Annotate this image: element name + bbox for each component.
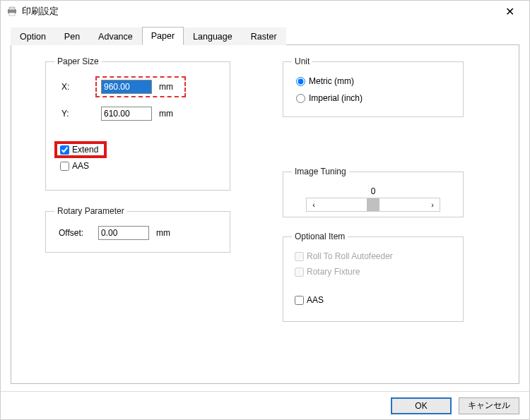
radio-imperial[interactable]: Imperial (inch) [296,93,454,103]
client-area: Option Pen Advance Paper Language Raster… [1,22,529,391]
tab-option[interactable]: Option [11,28,55,45]
input-paper-y[interactable] [101,107,152,121]
legend-paper-size: Paper Size [54,56,102,66]
group-image-tuning: Image Tuning 0 ‹ › [283,167,464,217]
tab-language[interactable]: Language [184,28,242,45]
group-unit: Unit Metric (mm) Imperial (inch) [283,56,464,117]
cancel-button[interactable]: キャンセル [459,397,519,414]
checkbox-aas-paper[interactable]: AAS [60,161,89,171]
checkbox-roll-autofeeder[interactable]: Roll To Roll Autofeeder [295,251,454,261]
group-rotary-parameter: Rotary Parameter Offset: mm [45,206,230,253]
svg-rect-2 [9,13,15,16]
tab-advance[interactable]: Advance [89,28,142,45]
input-paper-x[interactable] [101,80,152,94]
chevron-right-icon: › [431,200,434,209]
image-tuning-decrease[interactable]: ‹ [307,198,321,211]
chevron-left-icon: ‹ [312,200,315,209]
image-tuning-slider[interactable] [321,198,425,211]
legend-image-tuning: Image Tuning [292,167,349,176]
unit-offset: mm [156,228,170,238]
legend-rotary: Rotary Parameter [54,206,127,216]
group-optional-item: Optional Item Roll To Roll Autofeeder Ro… [283,232,464,322]
tabpage-paper: Paper Size X: mm Y: mm [11,45,519,384]
slider-thumb[interactable] [367,198,379,211]
titlebar: 印刷設定 ✕ [1,1,529,22]
unit-y: mm [159,109,173,119]
highlight-extend: Extend [54,141,107,158]
unit-x: mm [159,82,173,92]
checkbox-aas-optional[interactable]: AAS [295,295,454,305]
checkbox-rotary-fixture[interactable]: Rotary Fixture [295,267,454,277]
label-x: X: [61,82,95,92]
highlight-x: mm [95,76,186,97]
image-tuning-value: 0 [371,186,376,196]
svg-rect-1 [9,7,15,10]
close-button[interactable]: ✕ [495,1,524,21]
ok-button[interactable]: OK [391,397,452,414]
label-offset: Offset: [59,228,98,238]
tab-paper[interactable]: Paper [142,27,184,45]
printer-icon [6,6,18,17]
tab-raster[interactable]: Raster [242,28,286,45]
input-offset[interactable] [98,226,149,240]
dialog-footer: OK キャンセル [1,391,529,419]
tab-strip: Option Pen Advance Paper Language Raster [11,26,519,45]
legend-optional: Optional Item [292,232,348,241]
group-paper-size: Paper Size X: mm Y: mm [45,56,230,191]
legend-unit: Unit [292,56,312,66]
image-tuning-increase[interactable]: › [425,198,440,211]
label-y: Y: [61,109,95,119]
radio-metric[interactable]: Metric (mm) [296,76,454,86]
print-settings-window: 印刷設定 ✕ Option Pen Advance Paper Language… [0,0,530,420]
checkbox-extend[interactable]: Extend [60,145,98,155]
window-title: 印刷設定 [22,5,495,18]
tab-pen[interactable]: Pen [55,28,89,45]
